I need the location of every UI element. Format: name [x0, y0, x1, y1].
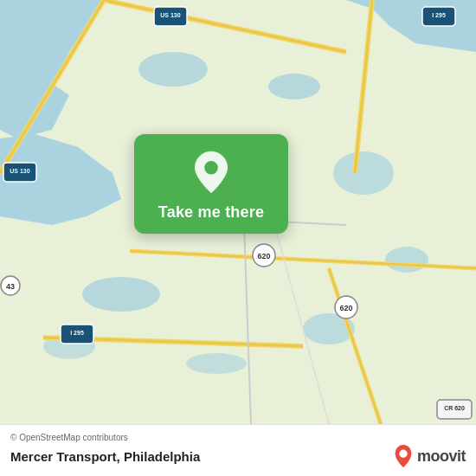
- svg-point-4: [333, 151, 394, 195]
- osm-credit: © OpenStreetMap contributors: [10, 433, 466, 442]
- location-name: Mercer Transport, Philadelphia: [10, 449, 200, 464]
- svg-point-9: [186, 353, 247, 374]
- location-pin-icon: [189, 150, 234, 195]
- svg-point-2: [138, 52, 208, 87]
- take-me-there-button[interactable]: Take me there: [158, 203, 264, 222]
- svg-text:I 295: I 295: [70, 330, 84, 336]
- moovit-logo: moovit: [393, 444, 466, 468]
- bottom-bar: © OpenStreetMap contributors Mercer Tran…: [0, 424, 476, 476]
- svg-text:CR 620: CR 620: [444, 405, 465, 411]
- svg-text:620: 620: [339, 304, 352, 312]
- svg-point-7: [385, 247, 428, 273]
- svg-text:43: 43: [6, 282, 15, 291]
- svg-text:US 130: US 130: [160, 12, 180, 18]
- map-container: US 130 US 130 I 295 I 295 620 620 CR 620…: [0, 0, 476, 424]
- svg-point-5: [82, 277, 160, 312]
- svg-text:I 295: I 295: [432, 12, 446, 18]
- moovit-brand-text: moovit: [417, 447, 466, 466]
- svg-text:620: 620: [257, 252, 270, 261]
- action-card[interactable]: Take me there: [134, 134, 288, 234]
- svg-text:US 130: US 130: [10, 168, 29, 174]
- bottom-info-row: Mercer Transport, Philadelphia moovit: [10, 444, 466, 468]
- moovit-pin-icon: [393, 444, 414, 468]
- svg-point-41: [204, 161, 218, 175]
- svg-point-42: [399, 450, 407, 458]
- svg-point-3: [268, 74, 320, 100]
